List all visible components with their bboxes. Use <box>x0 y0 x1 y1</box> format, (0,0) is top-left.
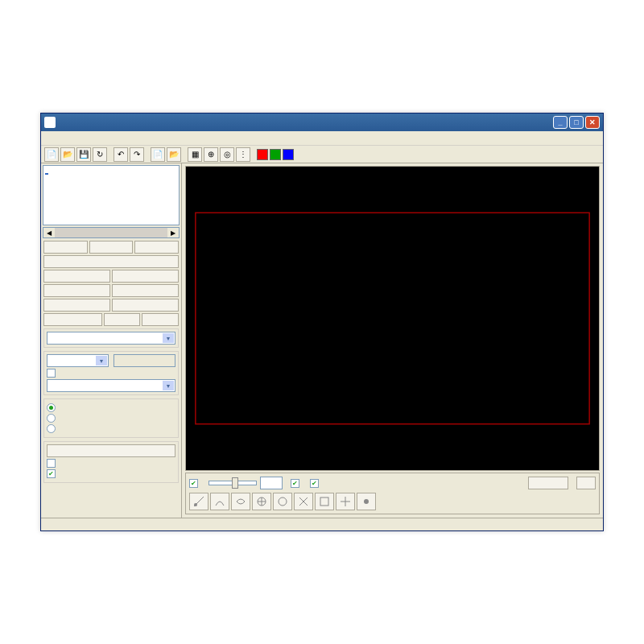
fg-tool-5[interactable] <box>273 493 292 510</box>
chevron-down-icon: ▼ <box>163 333 174 343</box>
grid-x-select[interactable]: ▼ <box>47 354 109 367</box>
grid-resolution-group: ▼ ▼ <box>43 351 179 395</box>
manual-transfer-button[interactable] <box>47 444 175 457</box>
status-page-label <box>43 313 102 326</box>
svg-point-1 <box>194 503 197 506</box>
minimize-button[interactable]: _ <box>553 116 568 129</box>
tb-grid-icon[interactable]: ▦ <box>188 147 202 162</box>
coord-info-group <box>43 398 179 438</box>
tb-folder-icon[interactable]: 📂 <box>167 147 181 162</box>
svg-point-3 <box>279 497 287 506</box>
close-button[interactable]: ✕ <box>585 116 600 129</box>
fg-tool-1[interactable] <box>189 493 208 510</box>
tb-undo-icon[interactable]: ↶ <box>114 147 128 162</box>
add-button[interactable] <box>43 241 88 254</box>
fg-tool-6[interactable] <box>294 493 313 510</box>
status-on-button[interactable] <box>43 299 110 312</box>
coord-absolute-radio[interactable] <box>47 414 175 423</box>
color-swatch-green[interactable] <box>270 149 281 160</box>
color-swatch-blue[interactable] <box>283 149 294 160</box>
scroll-left-icon[interactable]: ◀ <box>43 228 55 237</box>
smoothing-checkbox[interactable]: ✔ <box>291 479 302 488</box>
tb-refresh-icon[interactable]: ↻ <box>93 147 107 162</box>
maximize-button[interactable]: □ <box>569 116 584 129</box>
tb-save-icon[interactable]: 💾 <box>76 147 91 162</box>
bottom-panel: ✔ ✔ ✔ <box>185 473 600 514</box>
free-grid-toolbar <box>189 493 596 510</box>
app-icon <box>44 117 56 128</box>
store-menu-button[interactable] <box>576 477 596 489</box>
tb-redo-icon[interactable]: ↷ <box>130 147 144 162</box>
color-swatch-red[interactable] <box>257 149 268 160</box>
app-window: _ □ ✕ 📄 📂 💾 ↻ ↶ ↷ 📄 📂 ▦ ⊕ ◎ ⋮ <box>40 113 604 531</box>
display-projector-name-button[interactable] <box>43 255 179 268</box>
del-button[interactable] <box>89 241 134 254</box>
cursor-checkbox[interactable]: ✔ <box>310 479 321 488</box>
statusbar <box>41 518 603 530</box>
fg-tool-2[interactable] <box>210 493 229 510</box>
fg-tool-9[interactable] <box>357 493 376 510</box>
rename-button[interactable] <box>134 241 179 254</box>
fg-tool-8[interactable] <box>336 493 355 510</box>
transfer-group: ✔ <box>43 441 179 483</box>
tb-target-icon[interactable]: ⊕ <box>204 147 218 162</box>
shutter-off-button[interactable] <box>112 284 179 297</box>
status-off-button[interactable] <box>112 299 179 312</box>
projector-list[interactable] <box>43 165 180 225</box>
prev-button[interactable] <box>104 313 141 326</box>
menubar <box>41 131 603 146</box>
grid-y-field[interactable] <box>114 354 175 367</box>
next-button[interactable] <box>142 313 179 326</box>
tb-dots-icon[interactable]: ⋮ <box>236 147 250 162</box>
alert-distortion-checkbox[interactable]: ✔ <box>47 469 175 478</box>
svg-point-5 <box>364 499 369 504</box>
fg-tool-7[interactable] <box>315 493 334 510</box>
tb-circle-icon[interactable]: ◎ <box>220 147 234 162</box>
left-panel: ◀ ▶ <box>41 163 182 518</box>
right-panel: ✔ ✔ ✔ <box>182 163 603 518</box>
toolbar: 📄 📂 💾 ↻ ↶ ↷ 📄 📂 ▦ ⊕ ◎ ⋮ <box>41 146 603 163</box>
test-pattern-group: ▼ <box>43 328 179 348</box>
scroll-right-icon[interactable]: ▶ <box>167 228 179 237</box>
auto-transfer-checkbox[interactable] <box>47 459 175 468</box>
list-scrollbar[interactable]: ◀ ▶ <box>43 227 180 238</box>
tb-open-icon[interactable]: 📂 <box>60 147 75 162</box>
power-on-button[interactable] <box>43 270 110 283</box>
display-grid-lines-select[interactable]: ▼ <box>47 379 175 392</box>
tb-new-icon[interactable]: 📄 <box>44 147 59 162</box>
list-item[interactable] <box>45 173 48 175</box>
shutter-on-button[interactable] <box>43 284 110 297</box>
fg-tool-4[interactable] <box>252 493 271 510</box>
test-pattern-select[interactable]: ▼ <box>47 332 175 345</box>
store-button[interactable] <box>528 477 568 489</box>
tb-doc-icon[interactable]: 📄 <box>151 147 165 162</box>
moving-area-slider[interactable] <box>208 481 257 485</box>
moving-area-input[interactable] <box>260 477 283 489</box>
geometry-preview[interactable] <box>185 166 600 471</box>
coord-relative-radio[interactable] <box>47 424 175 433</box>
titlebar: _ □ ✕ <box>41 114 603 131</box>
standby-button[interactable] <box>112 270 179 283</box>
fg-tool-3[interactable] <box>231 493 250 510</box>
svg-rect-4 <box>320 497 328 506</box>
enable-checkbox[interactable]: ✔ <box>189 479 200 488</box>
svg-rect-0 <box>196 213 589 423</box>
use-square-grid-checkbox[interactable] <box>47 369 175 378</box>
coord-none-radio[interactable] <box>47 403 175 412</box>
